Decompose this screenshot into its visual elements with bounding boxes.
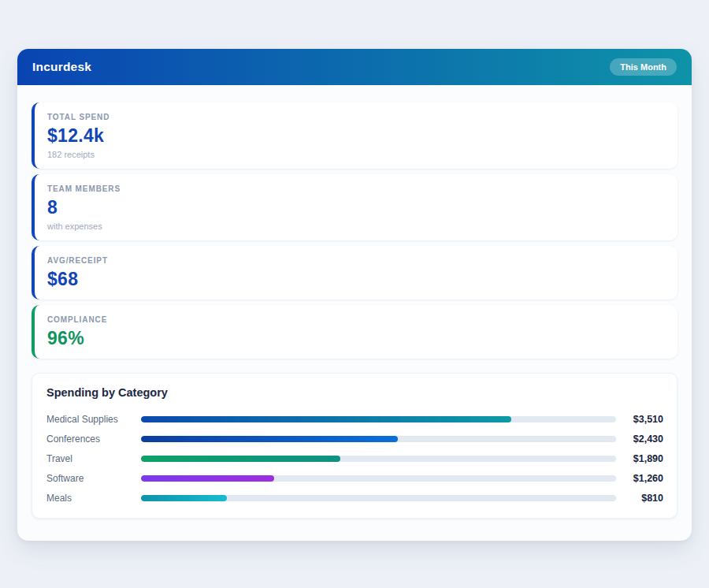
stat-label: TEAM MEMBERS <box>47 184 663 193</box>
stat-card: AVG/RECEIPT $68 <box>32 246 677 300</box>
stat-value: $12.4k <box>47 125 663 147</box>
stats-section: TOTAL SPEND $12.4k 182 receipts TEAM MEM… <box>32 102 677 359</box>
category-row: Meals $810 <box>46 488 663 508</box>
period-badge[interactable]: This Month <box>610 58 677 76</box>
category-bars: Medical Supplies $3,510 Conferences $2,4… <box>46 409 663 508</box>
category-label: Meals <box>46 493 141 504</box>
category-bar-track <box>141 475 616 482</box>
app-body: TOTAL SPEND $12.4k 182 receipts TEAM MEM… <box>17 85 692 538</box>
app-title: Incurdesk <box>32 60 91 74</box>
stat-label: TOTAL SPEND <box>47 113 663 121</box>
category-bar-fill <box>141 475 274 482</box>
category-value: $3,510 <box>616 414 663 425</box>
category-label: Software <box>46 473 141 484</box>
category-value: $810 <box>616 493 663 504</box>
category-value: $1,890 <box>616 453 663 464</box>
stat-value: 8 <box>47 197 663 218</box>
category-label: Conferences <box>46 434 141 445</box>
stat-card: COMPLIANCE 96% <box>32 305 677 359</box>
category-value: $2,430 <box>616 434 663 445</box>
stat-sub: 182 receipts <box>47 150 663 159</box>
stat-card: TEAM MEMBERS 8 with expenses <box>32 174 677 240</box>
spending-by-category-card: Spending by Category Medical Supplies $3… <box>32 373 677 519</box>
category-bar-fill <box>141 416 511 422</box>
stat-value: 96% <box>47 328 663 349</box>
category-bar-track <box>141 436 616 442</box>
category-bar-track <box>141 416 616 422</box>
stat-value: $68 <box>47 269 663 290</box>
category-label: Travel <box>46 453 141 464</box>
category-label: Medical Supplies <box>46 414 141 425</box>
category-bar-fill <box>141 495 227 501</box>
category-row: Travel $1,890 <box>46 448 663 468</box>
stat-sub: with expenses <box>47 221 663 231</box>
category-row: Conferences $2,430 <box>46 429 663 448</box>
category-row: Medical Supplies $3,510 <box>46 409 663 429</box>
stat-label: AVG/RECEIPT <box>47 256 663 265</box>
dashboard-panel: Incurdesk This Month TOTAL SPEND $12.4k … <box>17 49 692 541</box>
category-bar-track <box>141 456 616 462</box>
stat-label: COMPLIANCE <box>47 315 663 324</box>
category-bar-fill <box>141 456 340 462</box>
spending-card-title: Spending by Category <box>46 386 663 399</box>
stat-card: TOTAL SPEND $12.4k 182 receipts <box>32 102 677 169</box>
category-bar-track <box>141 495 616 501</box>
category-bar-fill <box>141 436 398 442</box>
app-header: Incurdesk This Month <box>17 49 692 85</box>
category-value: $1,260 <box>616 473 663 484</box>
category-row: Software $1,260 <box>46 468 663 488</box>
